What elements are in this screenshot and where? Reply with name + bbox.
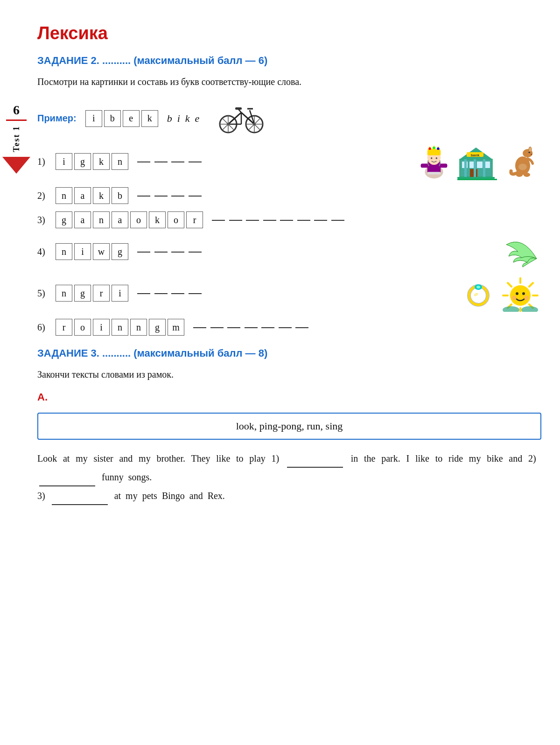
ex-left-6: 6) r o i n n g m bbox=[37, 318, 541, 336]
blank bbox=[171, 293, 184, 294]
ex-with-imgs-6: 6) r o i n n g m bbox=[37, 318, 541, 336]
svg-point-62 bbox=[476, 286, 480, 288]
letter-box: b bbox=[112, 187, 128, 204]
ex-right-4 bbox=[504, 235, 541, 268]
exercise-row-4: 4) n i w g bbox=[37, 235, 541, 268]
letter-box: n bbox=[112, 319, 128, 336]
letter-box: i bbox=[112, 285, 128, 302]
blank bbox=[137, 196, 150, 197]
ex-with-imgs-3: 3) g a n a o k o r bbox=[37, 211, 541, 229]
letter-box: b bbox=[104, 110, 121, 127]
passage-text-5: at my pets Bingo and Rex. bbox=[110, 491, 225, 501]
ex-right-5 bbox=[462, 274, 541, 312]
ex6-blanks bbox=[192, 323, 309, 332]
letter-box: r bbox=[186, 211, 203, 228]
letter-box: i bbox=[93, 319, 110, 336]
blank bbox=[210, 327, 224, 328]
word-box: look, ping-pong, run, sing bbox=[37, 413, 541, 440]
ex4-blanks bbox=[136, 247, 203, 257]
svg-point-28 bbox=[428, 148, 431, 150]
svg-line-71 bbox=[529, 283, 533, 287]
svg-rect-45 bbox=[483, 159, 485, 177]
svg-point-53 bbox=[529, 148, 531, 152]
svg-point-78 bbox=[521, 306, 538, 312]
ex-number-3: 3) bbox=[37, 215, 52, 225]
letter-box: e bbox=[123, 110, 140, 127]
letter-box: g bbox=[112, 243, 128, 260]
blank bbox=[280, 220, 293, 221]
svg-rect-48 bbox=[457, 177, 495, 179]
blank bbox=[137, 293, 150, 294]
blank bbox=[189, 162, 202, 162]
svg-point-56 bbox=[516, 173, 523, 177]
letter-box: n bbox=[130, 319, 147, 336]
blank bbox=[154, 196, 168, 197]
letter-box: g bbox=[56, 211, 72, 228]
example-answer: b i k e bbox=[167, 112, 200, 125]
svg-rect-31 bbox=[421, 163, 428, 168]
blank bbox=[227, 327, 240, 328]
blank bbox=[154, 252, 168, 253]
svg-point-55 bbox=[531, 154, 532, 155]
passage-blank-2 bbox=[39, 485, 95, 486]
letter-box: o bbox=[168, 211, 184, 228]
blank bbox=[189, 293, 202, 294]
svg-point-54 bbox=[528, 152, 530, 154]
svg-point-57 bbox=[524, 173, 530, 177]
letter-box: g bbox=[149, 319, 166, 336]
blank bbox=[229, 220, 242, 221]
ex-with-imgs-4: 4) n i w g bbox=[37, 235, 541, 268]
svg-rect-22 bbox=[427, 172, 441, 174]
letter-box: r bbox=[56, 319, 72, 336]
passage-blank-3 bbox=[52, 504, 108, 505]
sidebar-number: 6 bbox=[13, 103, 20, 118]
section-a-label: А. bbox=[37, 391, 541, 403]
exercise-row-1: 1) i g k n bbox=[37, 143, 541, 180]
blank bbox=[137, 162, 150, 162]
blank bbox=[137, 252, 150, 253]
ex-number-1: 1) bbox=[37, 156, 52, 167]
letter-box: n bbox=[56, 285, 72, 302]
bike-image bbox=[218, 98, 265, 138]
ex1-blanks bbox=[136, 157, 203, 167]
blank bbox=[154, 293, 168, 294]
ex-left-1: 1) i g k n bbox=[37, 153, 415, 170]
example-label: Пример: bbox=[37, 113, 77, 124]
ex3-blanks bbox=[211, 215, 345, 225]
blank bbox=[171, 252, 184, 253]
ex1-letter-boxes: i g k n bbox=[55, 153, 129, 170]
svg-text:bank: bank bbox=[471, 153, 480, 157]
svg-point-64 bbox=[510, 285, 531, 306]
ex-number-5: 5) bbox=[37, 288, 52, 299]
ex-right-1: bank bbox=[415, 143, 541, 180]
svg-point-76 bbox=[524, 295, 529, 300]
blank bbox=[245, 327, 258, 328]
task3-heading: ЗАДАНИЕ 3. .......... (максимальный балл… bbox=[37, 347, 541, 359]
blank bbox=[331, 220, 344, 221]
ex-left-3: 3) g a n a o k o r bbox=[37, 211, 541, 229]
svg-point-73 bbox=[516, 292, 518, 295]
letter-box: n bbox=[56, 243, 72, 260]
task3-description: Закончи тексты словами из рамок. bbox=[37, 367, 541, 382]
svg-line-10 bbox=[228, 112, 241, 124]
ex-number-4: 4) bbox=[37, 246, 52, 257]
ex5-blanks bbox=[136, 288, 203, 298]
letter-box: m bbox=[168, 319, 184, 336]
svg-rect-24 bbox=[427, 150, 441, 155]
passage: Look at my sister and my brother. They l… bbox=[37, 449, 541, 505]
passage-blank-1 bbox=[287, 467, 343, 468]
svg-point-77 bbox=[503, 306, 519, 312]
letter-box: w bbox=[93, 243, 110, 260]
letter-box: a bbox=[74, 211, 91, 228]
letter-box: k bbox=[141, 110, 158, 127]
letter-box: i bbox=[74, 243, 91, 260]
svg-point-63 bbox=[473, 292, 479, 297]
blank bbox=[189, 252, 202, 253]
main-content: Лексика ЗАДАНИЕ 2. .......... (максималь… bbox=[37, 0, 541, 505]
section-title: Лексика bbox=[37, 23, 541, 43]
svg-point-74 bbox=[522, 292, 525, 295]
svg-rect-44 bbox=[474, 159, 476, 177]
sidebar: 6 Test 1 bbox=[0, 0, 33, 745]
svg-point-29 bbox=[433, 147, 435, 149]
task3-section: ЗАДАНИЕ 3. .......... (максимальный балл… bbox=[37, 347, 541, 505]
